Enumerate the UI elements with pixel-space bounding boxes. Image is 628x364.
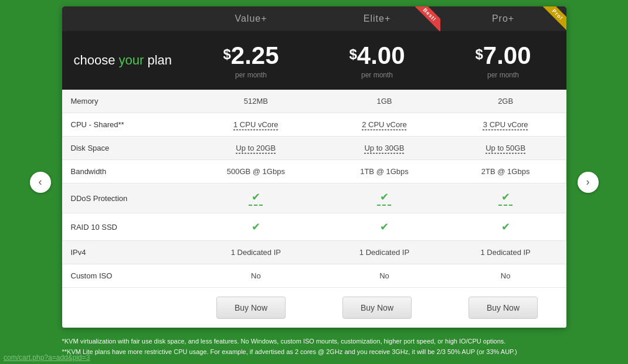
next-arrow[interactable]: › [578,172,599,193]
dollar-plan3: $ [475,46,483,63]
feature-label-2: Disk Space [62,137,188,160]
feature-label-6: IPv4 [62,241,188,264]
feature-plan3-4: ✔ [445,183,566,213]
feature-plan2-7: No [324,264,445,288]
price-title-cell: choose your plan [62,37,188,84]
feature-label-7: Custom ISO [62,264,188,288]
feature-plan3-3: 2TB @ 1Gbps [445,160,566,183]
feature-plan1-2: Up to 20GB [188,137,324,160]
plan3-name: Pro+ [492,13,514,23]
buy-cell-plan2: Buy Now [314,297,440,319]
feature-plan2-0: 1GB [324,90,445,113]
chevron-right-icon: › [586,176,590,188]
header-plan2: Elite+ Best! [314,6,440,31]
feature-row-0: Memory512MB1GB2GB [62,90,566,113]
feature-row-4: DDoS Protection✔✔✔ [62,183,566,213]
title-highlight: your [119,53,144,67]
feature-plan1-6: 1 Dedicated IP [188,241,324,264]
check-solid-icon: ✔ [380,220,389,233]
feature-plan2-3: 1TB @ 1Gbps [324,160,445,183]
feature-plan1-3: 500GB @ 1Gbps [188,160,324,183]
feature-plan3-5: ✔ [445,213,566,241]
best-badge-text: Best! [413,6,440,31]
footnotes: *KVM virtualization with fair use disk s… [62,336,566,357]
feature-plan1-7: No [188,264,324,288]
price-plan3: $7.00 per month [440,37,566,84]
feature-row-5: RAID 10 SSD✔✔✔ [62,213,566,241]
feature-plan2-2: Up to 30GB [324,137,445,160]
feature-plan3-2: Up to 50GB [445,137,566,160]
footnote-2: **KVM Lite plans have more restrictive C… [62,347,566,358]
period-plan1: per month [194,71,308,79]
dollar-plan1: $ [223,46,230,63]
price-row: choose your plan $2.25 per month $4.00 p… [62,31,566,90]
feature-plan3-1: 3 CPU vCore [445,113,566,137]
buy-button-plan1[interactable]: Buy Now [216,297,286,319]
feature-plan3-7: No [445,264,566,288]
feature-plan1-0: 512MB [188,90,324,113]
price-plan1: $2.25 per month [188,37,314,84]
chevron-left-icon: ‹ [39,176,42,188]
plan1-name: Value+ [235,13,267,23]
buy-button-plan2[interactable]: Buy Now [342,297,412,319]
prev-arrow[interactable]: ‹ [30,172,51,193]
buy-row: Buy Now Buy Now Buy Now [62,288,566,328]
amount-plan3: 7.00 [483,42,531,69]
price-amount-plan1: $2.25 [194,42,308,70]
pro-badge: Pro! [538,6,566,35]
features-table: Memory512MB1GB2GBCPU - Shared**1 CPU vCo… [62,90,566,288]
price-title: choose your plan [74,53,172,68]
bottom-link[interactable]: com/cart.php?a=add&pid=3 [0,351,93,364]
period-plan2: per month [320,71,434,79]
feature-label-5: RAID 10 SSD [62,213,188,241]
feature-row-2: Disk SpaceUp to 20GBUp to 30GBUp to 50GB [62,137,566,160]
buy-cell-plan3: Buy Now [440,297,566,319]
feature-row-7: Custom ISONoNoNo [62,264,566,288]
buy-empty [62,297,188,319]
pro-badge-text: Pro! [542,6,566,30]
feature-row-1: CPU - Shared**1 CPU vCore2 CPU vCore3 CP… [62,113,566,137]
buy-cell-plan1: Buy Now [188,297,314,319]
feature-plan1-1: 1 CPU vCore [188,113,324,137]
feature-plan3-6: 1 Dedicated IP [445,241,566,264]
title-part2: plan [144,53,172,67]
dollar-plan2: $ [349,46,357,63]
feature-plan2-4: ✔ [324,183,445,213]
feature-plan2-1: 2 CPU vCore [324,113,445,137]
plan-header-row: Value+ Elite+ Best! Pro+ Pro! [62,6,566,31]
feature-row-3: Bandwidth500GB @ 1Gbps1TB @ 1Gbps2TB @ 1… [62,160,566,183]
main-wrapper: ‹ › Value+ Elite+ Best! Pro+ Pro! [62,6,566,357]
header-empty [62,6,188,31]
feature-plan2-5: ✔ [324,213,445,241]
feature-row-6: IPv41 Dedicated IP1 Dedicated IP1 Dedica… [62,241,566,264]
check-solid-icon: ✔ [501,220,510,233]
feature-plan1-4: ✔ [188,183,324,213]
header-plan1: Value+ [188,6,314,31]
amount-plan1: 2.25 [231,42,279,69]
footnote-1: *KVM virtualization with fair use disk s… [62,336,566,347]
feature-label-4: DDoS Protection [62,183,188,213]
plan2-name: Elite+ [364,13,391,23]
pricing-table: Value+ Elite+ Best! Pro+ Pro! choose you… [62,6,566,328]
price-amount-plan3: $7.00 [446,42,561,70]
title-part1: choose [74,53,119,67]
amount-plan2: 4.00 [357,42,405,69]
header-plan3: Pro+ Pro! [440,6,566,31]
feature-plan2-6: 1 Dedicated IP [324,241,445,264]
check-solid-icon: ✔ [252,220,260,233]
feature-label-1: CPU - Shared** [62,113,188,137]
feature-label-0: Memory [62,90,188,113]
period-plan3: per month [446,71,561,79]
check-dashed-icon: ✔ [498,190,512,206]
feature-label-3: Bandwidth [62,160,188,183]
price-plan2: $4.00 per month [314,37,440,84]
check-dashed-icon: ✔ [249,190,263,206]
feature-plan1-5: ✔ [188,213,324,241]
price-amount-plan2: $4.00 [320,42,434,70]
buy-button-plan3[interactable]: Buy Now [469,297,538,319]
check-dashed-icon: ✔ [377,190,391,206]
best-badge: Best! [412,6,440,35]
feature-plan3-0: 2GB [445,90,566,113]
